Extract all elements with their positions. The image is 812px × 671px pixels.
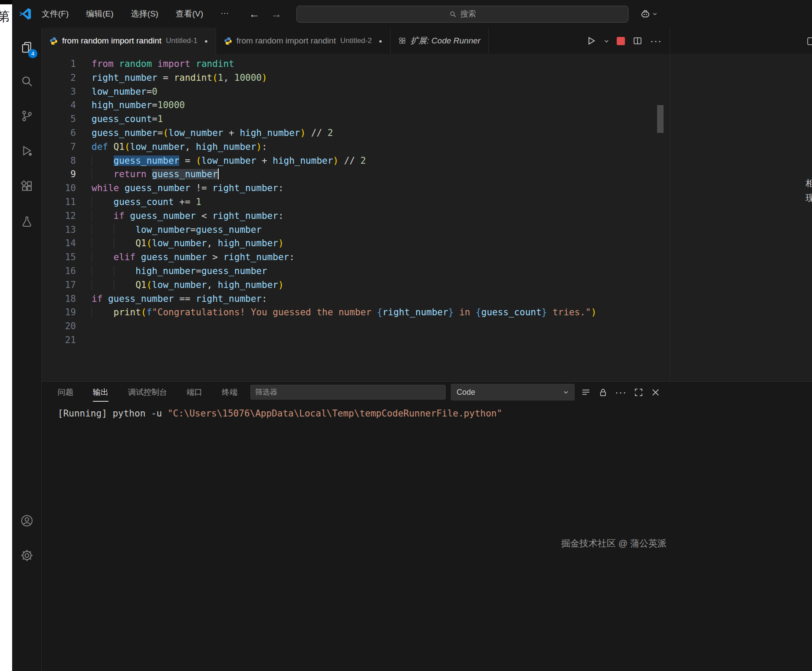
scrollbar[interactable] (657, 105, 664, 133)
code-line[interactable]: 11 guess_count += 1 (42, 195, 670, 209)
menu-item[interactable]: ··· (218, 7, 231, 21)
code-line[interactable]: 2right_number = randint(1, 10000) (42, 71, 670, 85)
panel-tab[interactable]: 端口 (187, 383, 202, 402)
python-icon (224, 37, 232, 45)
settings-gear-icon[interactable] (12, 544, 42, 567)
copilot-menu[interactable] (640, 8, 657, 20)
panel-header: 问题输出调试控制台端口终端 Code ··· (42, 382, 812, 403)
code-text: if guess_number < right_number: (76, 209, 284, 223)
maximize-panel-icon[interactable] (634, 387, 644, 397)
activity-bar: 4 (12, 28, 42, 671)
line-number: 15 (42, 251, 76, 264)
panel-tab[interactable]: 问题 (58, 383, 73, 402)
code-line[interactable]: 21 (42, 334, 670, 347)
code-line[interactable]: 6guess_number=(low_number + high_number)… (42, 126, 670, 140)
code-text: low_number=guess_number (76, 223, 262, 237)
code-line[interactable]: 17 Q1(low_number, high_number) (42, 278, 670, 292)
back-icon[interactable]: ← (249, 8, 260, 20)
search-command-center[interactable]: 搜索 (296, 6, 628, 23)
close-panel-icon[interactable] (651, 387, 661, 397)
code-line[interactable]: 7def Q1(low_number, high_number): (42, 140, 670, 154)
title-bar: 文件(F)编辑(E)选择(S)查看(V)··· ← → 搜索 (12, 0, 812, 28)
panel-tab[interactable]: 输出 (93, 383, 108, 402)
panel-tab[interactable]: 终端 (222, 383, 237, 402)
output-channel-value: Code (457, 388, 475, 397)
tab-Untitled-1[interactable]: from random import randintUntitled-1● (42, 28, 216, 54)
run-dropdown-chevron-icon[interactable] (604, 38, 609, 44)
code-line[interactable]: 9 return guess_number (42, 168, 670, 182)
line-number: 5 (42, 112, 76, 126)
search-view-icon[interactable] (12, 69, 42, 93)
menu-item[interactable]: 查看(V) (173, 7, 206, 21)
explorer-icon[interactable]: 4 (12, 36, 42, 59)
code-line[interactable]: 12 if guess_number < right_number: (42, 209, 670, 223)
code-text: high_number=10000 (76, 99, 185, 112)
code-line[interactable]: 18if guess_number == right_number: (42, 292, 670, 306)
more-actions-icon[interactable]: ··· (650, 35, 662, 47)
code-line[interactable]: 4high_number=10000 (42, 99, 670, 112)
line-number: 6 (42, 126, 76, 140)
output-channel-select[interactable]: Code (451, 384, 575, 400)
watermark-text: 掘金技术社区 @ 蒲公英派 (561, 537, 667, 549)
code-line[interactable]: 3low_number=0 (42, 85, 670, 99)
extensions-icon[interactable] (12, 175, 42, 198)
source-control-icon[interactable] (12, 104, 42, 128)
text-cursor (218, 169, 219, 179)
code-text: guess_number=(low_number + high_number) … (76, 126, 333, 140)
tab-list: from random import randintUntitled-1●fro… (42, 28, 489, 54)
code-line[interactable]: 1from random import randint (42, 57, 670, 71)
line-number: 17 (42, 278, 76, 292)
lock-icon[interactable] (598, 387, 608, 397)
run-debug-icon[interactable] (12, 139, 42, 162)
split-editor-icon[interactable] (632, 36, 643, 46)
code-line[interactable]: 19 print(f"Congratulations! You guessed … (42, 306, 670, 320)
line-number: 14 (42, 237, 76, 251)
clear-output-icon[interactable] (581, 387, 591, 397)
code-editor[interactable]: 1from random import randint2right_number… (42, 54, 670, 381)
clipped-text: 现 (805, 192, 812, 204)
line-number: 3 (42, 85, 76, 99)
vscode-window: 文件(F)编辑(E)选择(S)查看(V)··· ← → 搜索 4 (12, 0, 812, 671)
modified-dot-icon[interactable]: ● (204, 38, 208, 44)
tab-detail: Untitled-1 (166, 36, 197, 45)
account-icon[interactable] (12, 509, 42, 532)
forward-icon[interactable]: → (271, 8, 282, 20)
code-line[interactable]: 15 elif guess_number > right_number: (42, 251, 670, 264)
line-number: 18 (42, 292, 76, 306)
modified-dot-icon[interactable]: ● (379, 38, 382, 44)
panel-tab[interactable]: 调试控制台 (128, 383, 167, 402)
code-line[interactable]: 8 guess_number = (low_number + high_numb… (42, 154, 670, 168)
page-top-bar (0, 0, 12, 4)
code-line[interactable]: 20 (42, 320, 670, 334)
code-text: guess_count += 1 (76, 195, 201, 209)
code-line[interactable]: 16 high_number=guess_number (42, 264, 670, 278)
menu-item[interactable]: 编辑(E) (83, 7, 116, 21)
code-text: elif guess_number > right_number: (76, 251, 295, 264)
tab-detail: Untitled-2 (340, 36, 372, 45)
tab-label: from random import randint (237, 36, 336, 46)
tab-Untitled-2[interactable]: from random import randintUntitled-2● (216, 28, 391, 54)
menu-item[interactable]: 文件(F) (39, 7, 71, 21)
line-number: 12 (42, 209, 76, 223)
line-number: 4 (42, 99, 76, 112)
code-line[interactable]: 13 low_number=guess_number (42, 223, 670, 237)
code-text: high_number=guess_number (76, 264, 267, 278)
explorer-badge: 4 (28, 49, 37, 58)
code-line[interactable]: 10while guess_number != right_number: (42, 182, 670, 195)
tab-extension[interactable]: 扩展: Code Runner (391, 28, 489, 54)
testing-icon[interactable] (12, 210, 42, 234)
run-code-icon[interactable] (586, 36, 596, 46)
stop-icon[interactable] (617, 37, 625, 45)
line-number: 9 (42, 168, 76, 182)
menu-item[interactable]: 选择(S) (128, 7, 161, 21)
clipped-editor-group: 相 现 (670, 28, 812, 381)
code-text: from random import randint (76, 57, 234, 71)
search-icon (449, 10, 457, 18)
ext-icon (398, 37, 406, 45)
code-line[interactable]: 5guess_count=1 (42, 112, 670, 126)
code-line[interactable]: 14 Q1(low_number, high_number) (42, 237, 670, 251)
filter-input[interactable] (250, 385, 446, 400)
more-actions-icon[interactable]: ··· (615, 386, 627, 398)
line-number: 8 (42, 154, 76, 168)
page-margin: 第 (0, 0, 12, 671)
